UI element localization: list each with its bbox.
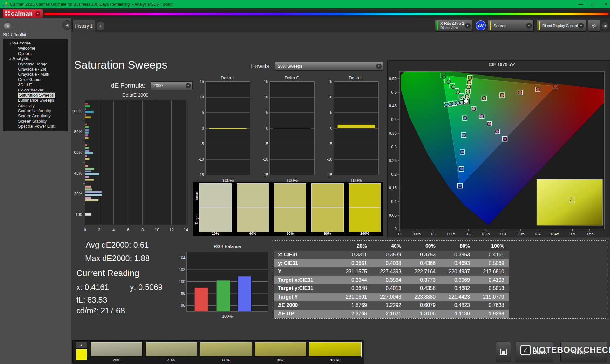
table-row-y-cie31: y: CIE310.36610.40380.43660.46930.5069 [274, 259, 509, 268]
sidebar-item-colorchecker[interactable]: ColorChecker [3, 88, 68, 93]
meter-count-badge[interactable]: 237 [476, 20, 486, 30]
actual-swatch [199, 183, 232, 207]
svg-text:0.55: 0.55 [389, 76, 397, 81]
svg-text:8: 8 [141, 227, 144, 232]
sidebar-item-dynamic-range[interactable]: Dynamic Range [3, 62, 68, 67]
table-row-y: Y231.1575227.4393222.7164220.4937217.681… [274, 267, 509, 276]
svg-text:15: 15 [328, 79, 333, 84]
display-control-dropdown[interactable]: Direct Display Control ▼ [537, 20, 586, 32]
current-pattern-swatch[interactable] [76, 349, 87, 360]
chevron-down-icon: ▼ [578, 23, 584, 29]
sidebar-group-analysis[interactable]: ◢Analysis [3, 56, 68, 61]
actual-target-swatch-strip: Actual Target 20%40%60%80%100% [193, 182, 383, 236]
settings-button[interactable]: ⚙ [588, 20, 600, 32]
tree-expand-icon: ◢ [9, 41, 11, 46]
calman-logo-button[interactable]: calman ▼ [3, 9, 43, 18]
minimize-button[interactable]: — [579, 2, 583, 7]
back-button[interactable]: « Back [516, 342, 553, 362]
pattern-swatch-40%[interactable] [145, 342, 197, 357]
levels-dropdown[interactable]: 20% Sweeps ▼ [275, 62, 383, 71]
svg-text:15: 15 [200, 79, 204, 84]
svg-text:40%: 40% [74, 171, 82, 176]
sidebar-tree: ◢WelcomeWelcomeOptions◢AnalysisDynamic R… [3, 39, 68, 131]
rainbow-gradient-bar [44, 13, 608, 15]
target-swatch [311, 207, 344, 232]
close-button[interactable]: ✕ [604, 2, 607, 7]
svg-text:Delta C: Delta C [285, 76, 300, 80]
meter-status-bar [437, 21, 438, 30]
svg-text:5: 5 [266, 111, 268, 115]
cie-1976-panel: 00.050.10.150.20.250.30.350.40.450.50.55… [387, 60, 610, 237]
sidebar-item-options[interactable]: Options [3, 51, 68, 56]
brand-row: calman ▼ [0, 8, 610, 18]
svg-text:-10: -10 [199, 157, 204, 162]
display-control-label: Direct Display Control [542, 24, 578, 28]
sidebar-item-spectral-power-dist-[interactable]: Spectral Power Dist. [3, 124, 68, 129]
svg-text:-5: -5 [200, 142, 204, 146]
pattern-swatch-20%[interactable] [91, 342, 143, 357]
sidebar-item-screen-angularity[interactable]: Screen Angularity [3, 113, 68, 118]
pattern-swatch-100%[interactable] [309, 342, 361, 357]
swatch-column-40%: 40% [237, 182, 269, 236]
chevron-down-icon: ▼ [526, 23, 532, 29]
table-row-x-cie31: x: CIE310.33110.35390.37530.39530.4161 [274, 251, 509, 259]
sidebar-item-screen-uniformity[interactable]: Screen Uniformity [3, 108, 68, 113]
svg-text:CIE 1976 u'v': CIE 1976 u'v' [489, 62, 515, 67]
meter-dropdown[interactable]: X-Rite i1Pro 2 Direct View ▼ [435, 20, 472, 32]
avg-de2000-reading: Avg dE2000: 0.61 [86, 240, 149, 250]
maximize-button[interactable]: ▢ [591, 2, 595, 7]
panel-collapse-icon[interactable]: ◀ [601, 22, 609, 30]
sidebar-item-luminance-sweeps[interactable]: Luminance Sweeps [3, 98, 68, 103]
pattern-swatch-label: 60% [200, 358, 252, 362]
sidebar-item-color-gamut[interactable]: Color Gamut [3, 77, 68, 82]
target-swatch [274, 207, 306, 232]
table-row--e-itp: ΔE ITP2.37682.16211.31061.11301.9298 [274, 310, 509, 318]
next-button[interactable]: Next » [560, 342, 607, 362]
svg-text:-15: -15 [327, 173, 333, 177]
calman-app-window: Calman 2025 Calman Ultimate for Business… [0, 0, 610, 364]
deltaE-2000-chart: DeltaE 2000100%80%60%40%20%1000246810121… [66, 91, 193, 236]
sidebar-item-saturation-sweeps[interactable]: Saturation Sweeps [3, 93, 68, 98]
meter-status-button[interactable] [4, 22, 11, 30]
actual-swatch [311, 183, 344, 207]
sidebar-item-screen-stability[interactable]: Screen Stability [3, 119, 68, 124]
svg-text:0.5: 0.5 [569, 232, 575, 236]
target-swatch [199, 207, 232, 232]
target-row-label: Target [195, 212, 199, 227]
de-formula-label: dE Formula: [111, 82, 146, 89]
sidebar-item-additivity[interactable]: Additivity [3, 103, 68, 108]
sidebar-item-grayscale-multi[interactable]: Grayscale - Multi [3, 72, 68, 77]
svg-text:100: 100 [75, 212, 82, 217]
sidebar-group-welcome[interactable]: ◢Welcome [3, 41, 68, 46]
svg-text:0.55: 0.55 [586, 232, 593, 236]
de-formula-dropdown[interactable]: 2000 ▼ [151, 81, 193, 90]
swatch-percent-label: 80% [311, 232, 344, 235]
svg-text:10: 10 [328, 95, 333, 99]
stop-button[interactable] [496, 342, 511, 362]
svg-text:RGB Balance: RGB Balance [214, 244, 241, 249]
cie-1976-chart: 00.050.10.150.20.250.30.350.40.450.50.55… [388, 61, 610, 238]
swatch-column-20%: 20% [199, 182, 232, 236]
sidebar-item-grayscale-2pt[interactable]: Grayscale - 2pt [3, 67, 68, 72]
source-dropdown[interactable]: Source ▼ [488, 20, 534, 32]
sidebar-item-welcome[interactable]: Welcome [3, 46, 68, 51]
pattern-swatch-60%[interactable] [200, 342, 252, 357]
svg-text:0: 0 [84, 227, 86, 232]
svg-text:10: 10 [200, 95, 204, 99]
pattern-window-arrow-icon[interactable]: ▲ [76, 342, 87, 348]
table-row-target-y-cie31: Target y:CIE310.36480.40130.43580.46820.… [274, 284, 509, 293]
tab-history-1[interactable]: History 1 [72, 20, 95, 32]
sidebar-item-3d-lut[interactable]: 3D LUT [3, 82, 68, 87]
svg-text:0.45: 0.45 [551, 232, 559, 236]
svg-text:Delta L: Delta L [221, 76, 235, 80]
source-label: Source [493, 24, 506, 28]
calman-logo-icon [4, 10, 11, 17]
next-button-label: Next [572, 348, 585, 355]
measurement-table[interactable]: 20%40%60%80%100%x: CIE310.33110.35390.37… [274, 242, 509, 318]
sidebar-collapse-icon[interactable]: ◀ [62, 20, 72, 30]
svg-text:6: 6 [127, 227, 129, 232]
add-tab-button[interactable]: + [97, 22, 104, 30]
chevron-down-icon[interactable]: ▼ [35, 11, 40, 16]
pattern-swatch-80%[interactable] [254, 342, 307, 357]
swatch-column-60%: 60% [274, 182, 306, 236]
